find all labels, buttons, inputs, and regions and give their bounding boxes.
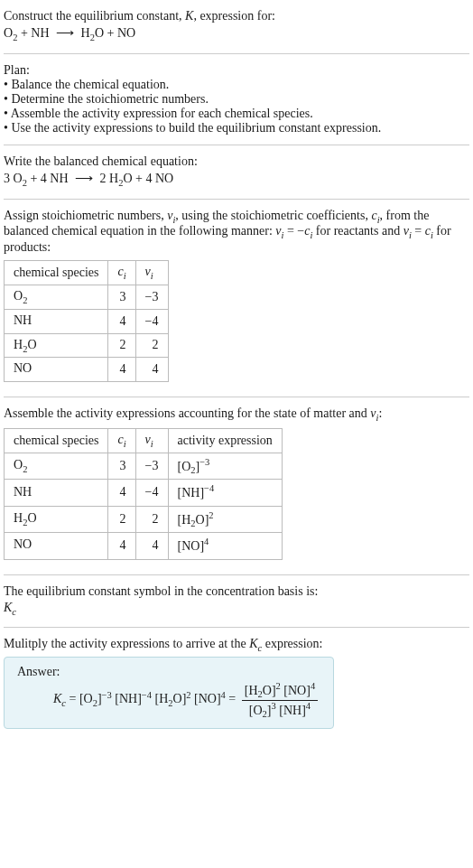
text: NH — [14, 313, 32, 327]
cell-nu: 4 — [135, 358, 168, 382]
variable-K: K — [53, 692, 61, 705]
table-row: H2O 2 2 — [5, 333, 169, 358]
divider — [4, 145, 469, 145]
text: + 4 NH — [27, 172, 71, 185]
plan-title: Plan: — [4, 63, 469, 78]
cell-nu: −3 — [135, 285, 168, 309]
cell-nu: −4 — [135, 480, 168, 506]
intro-equation: O2 + NH ⟶ H2O + NO — [4, 23, 469, 44]
basis-symbol: Kc — [4, 599, 469, 619]
table-row: NH 4 −4 — [5, 309, 169, 333]
intro-line1: Construct the equilibrium constant, K, e… — [4, 9, 469, 23]
cell-c: 4 — [108, 533, 135, 559]
plan-item: • Balance the chemical equation. — [4, 78, 469, 92]
assemble-text: Assemble the activity expressions accoun… — [4, 406, 469, 423]
superscript: −3 — [199, 457, 209, 467]
plan-item: • Assemble the activity expression for e… — [4, 107, 469, 121]
cell-nu: 2 — [135, 506, 168, 532]
cell-c: 4 — [108, 358, 135, 382]
text: Assemble the activity expressions accoun… — [4, 406, 370, 420]
superscript: −4 — [204, 483, 214, 493]
cell-c: 3 — [108, 285, 135, 309]
table-row: O2 3 −3 [O2]−3 — [5, 453, 283, 479]
final-section: Mulitply the activity expressions to arr… — [4, 631, 469, 734]
text: O] — [196, 512, 209, 526]
text: [H — [152, 692, 168, 705]
text: O] — [173, 692, 187, 705]
balanced-equation: 3 O2 + 4 NH ⟶ 2 H2O + 4 NO — [4, 169, 469, 190]
plan-section: Plan: • Balance the chemical equation. •… — [4, 58, 469, 141]
text: expression: — [262, 637, 322, 650]
header-activity: activity expression — [168, 428, 282, 453]
divider — [4, 199, 469, 200]
header-species: chemical species — [5, 261, 108, 285]
assemble-section: Assemble the activity expressions accoun… — [4, 401, 469, 570]
cell-species: O2 — [5, 285, 108, 309]
cell-activity: [H2O]2 — [168, 506, 282, 532]
divider — [4, 53, 469, 54]
superscript: 2 — [209, 510, 213, 520]
superscript: 4 — [311, 681, 315, 691]
subscript: i — [151, 271, 153, 281]
cell-species: NO — [5, 533, 108, 559]
answer-label: Answer: — [17, 665, 320, 679]
species: H — [78, 26, 90, 40]
table-header-row: chemical species ci νi — [5, 261, 169, 285]
intro-section: Construct the equilibrium constant, K, e… — [4, 4, 469, 50]
cell-activity: [O2]−3 — [168, 453, 282, 479]
text: O — [14, 458, 23, 471]
assign-text: Assign stoichiometric numbers, νi, using… — [4, 209, 469, 256]
header-nu: νi — [135, 261, 168, 285]
text: , expression for: — [193, 9, 275, 23]
table-header-row: chemical species ci νi activity expressi… — [5, 428, 283, 453]
superscript: −3 — [102, 690, 112, 700]
species: O — [4, 26, 13, 40]
cell-activity: [NH]−4 — [168, 480, 282, 506]
table-row: O2 3 −3 — [5, 285, 169, 309]
plan-item: • Use the activity expressions to build … — [4, 121, 469, 135]
superscript: 4 — [204, 537, 209, 546]
text: [O — [249, 703, 263, 716]
denominator: [O2]3 [NH]4 — [242, 701, 318, 719]
header-c: ci — [108, 428, 135, 453]
table-row: NO 4 4 — [5, 358, 169, 382]
text: NO — [14, 537, 32, 551]
table-row: H2O 2 2 [H2O]2 — [5, 506, 283, 532]
text: = — [226, 692, 239, 705]
cell-nu: −4 — [135, 309, 168, 333]
header-c: ci — [108, 261, 135, 285]
text: [NO] — [281, 684, 311, 697]
text: Mulitply the activity expressions to arr… — [4, 637, 249, 650]
text: O + NO — [95, 26, 135, 40]
cell-activity: [NO]4 — [168, 533, 282, 559]
superscript: 4 — [306, 701, 311, 711]
cell-species: NH — [5, 480, 108, 506]
text: = [O — [66, 692, 93, 705]
text: [NH] — [112, 692, 142, 705]
activity-table: chemical species ci νi activity expressi… — [4, 428, 283, 560]
numerator: [H2O]2 [NO]4 — [242, 681, 318, 700]
subscript: i — [151, 439, 153, 449]
answer-box: Answer: Kc = [O2]−3 [NH]−4 [H2O]2 [NO]4 … — [4, 657, 334, 729]
text: NO — [14, 361, 32, 375]
text: = − — [283, 224, 304, 238]
text: [H — [178, 512, 191, 526]
text: 3 O — [4, 172, 23, 185]
arrow-icon: ⟶ — [75, 171, 93, 186]
cell-nu: 4 — [135, 533, 168, 559]
text: = — [412, 224, 425, 238]
text: O — [27, 338, 36, 351]
cell-species: O2 — [5, 453, 108, 479]
superscript: −4 — [142, 690, 152, 700]
text: Construct the equilibrium constant, — [4, 9, 185, 23]
text: [NH] — [178, 486, 205, 499]
variable-K: K — [4, 601, 12, 614]
text: O — [14, 289, 23, 303]
text: , using the stoichiometric coefficients, — [175, 209, 371, 222]
divider — [4, 627, 469, 628]
basis-text: The equilibrium constant symbol in the c… — [4, 584, 469, 599]
cell-species: H2O — [5, 506, 108, 532]
final-text: Mulitply the activity expressions to arr… — [4, 637, 469, 653]
cell-c: 4 — [108, 480, 135, 506]
cell-c: 3 — [108, 453, 135, 479]
